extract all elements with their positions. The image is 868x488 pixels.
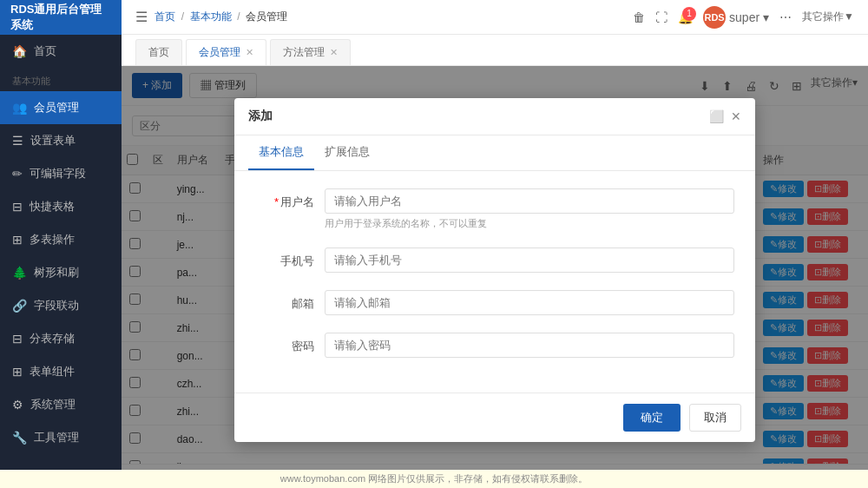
member-icon: 👥 xyxy=(12,101,27,115)
sidebar-item-label: 首页 xyxy=(34,43,56,59)
phone-input[interactable] xyxy=(325,247,734,273)
username-hint: 用户用于登录系统的名称，不可以重复 xyxy=(325,217,734,230)
sidebar-item-label: 可编辑字段 xyxy=(30,166,86,181)
breadcrumb-home[interactable]: 首页 xyxy=(155,10,175,23)
breadcrumb-basic[interactable]: 基本功能 xyxy=(190,10,232,23)
component-icon: ⊞ xyxy=(12,365,23,379)
sidebar-item-settings-menu[interactable]: ☰ 设置表单 xyxy=(0,124,122,157)
notification-badge: 1 xyxy=(682,7,696,21)
form-row-email: 邮箱 xyxy=(255,290,734,315)
sidebar-item-multi-ops[interactable]: ⊞ 多表操作 xyxy=(0,223,122,256)
username-field: 用户用于登录系统的名称，不可以重复 xyxy=(325,188,734,230)
chevron-down-icon: ▾ xyxy=(763,10,769,24)
tab-method-close-icon[interactable]: ✕ xyxy=(330,47,338,58)
sidebar-item-label: 工具管理 xyxy=(34,430,79,445)
table-icon: ⊟ xyxy=(12,200,23,214)
sidebar-item-table-join[interactable]: ⊞ 表单组件 xyxy=(0,355,122,388)
sidebar-item-sys-manage[interactable]: ⚙ 系统管理 xyxy=(0,388,122,421)
modal-header-buttons: ⬜ ✕ xyxy=(709,109,741,123)
home-icon: 🏠 xyxy=(12,44,27,58)
fullscreen-icon[interactable]: ⛶ xyxy=(655,10,667,24)
settings-icon: ☰ xyxy=(12,134,23,148)
username-input[interactable] xyxy=(325,188,734,214)
tool-icon: 🔧 xyxy=(12,431,27,445)
tabbar: 首页 会员管理 ✕ 方法管理 ✕ xyxy=(122,35,868,66)
password-label: 密码 xyxy=(255,333,325,354)
modal-tab-basic[interactable]: 基本信息 xyxy=(248,135,314,170)
modal-footer: 确定 取消 xyxy=(234,392,755,442)
sidebar-item-fields[interactable]: ✏ 可编辑字段 xyxy=(0,157,122,190)
breadcrumb-member: 会员管理 xyxy=(246,10,287,23)
tab-member[interactable]: 会员管理 ✕ xyxy=(186,39,266,65)
topbar-right: 🗑 ⛶ 🔔 1 RDS super ▾ ⋯ 其它操作▼ xyxy=(633,6,854,29)
tree-icon: 🌲 xyxy=(12,266,27,280)
modal-body: 用户名 用户用于登录系统的名称，不可以重复 手机号 xyxy=(234,171,755,392)
username-label: 用户名 xyxy=(255,188,325,210)
tab-home[interactable]: 首页 xyxy=(135,39,182,65)
password-input[interactable] xyxy=(325,333,734,358)
watermark-text: www.toymoban.com 网络图片仅供展示，非存储，如有侵权请联系删除。 xyxy=(280,473,588,484)
sidebar-item-label: 字段联动 xyxy=(34,298,79,313)
delete-icon[interactable]: 🗑 xyxy=(633,10,645,24)
sidebar-item-home[interactable]: 🏠 首页 xyxy=(0,35,122,68)
user-avatar-btn[interactable]: RDS super ▾ xyxy=(703,6,769,29)
sidebar-item-label: 分表存储 xyxy=(30,331,75,346)
cancel-button[interactable]: 取消 xyxy=(689,404,741,432)
edit-icon: ✏ xyxy=(12,167,23,181)
topbar: ☰ 首页 / 基本功能 / 会员管理 🗑 ⛶ 🔔 1 xyxy=(122,0,868,35)
modal-tab-extended[interactable]: 扩展信息 xyxy=(314,135,380,170)
tab-member-close-icon[interactable]: ✕ xyxy=(246,47,253,58)
tab-method[interactable]: 方法管理 ✕ xyxy=(270,39,351,65)
minimize-icon[interactable]: ⬜ xyxy=(709,109,724,123)
sidebar-item-tree[interactable]: 🌲 树形和刷 xyxy=(0,256,122,289)
modal-header: 添加 ⬜ ✕ xyxy=(234,98,755,135)
more-icon[interactable]: ⋯ xyxy=(779,10,792,24)
tab-method-label: 方法管理 xyxy=(283,45,325,60)
phone-label: 手机号 xyxy=(255,247,325,269)
grid-icon: ⊞ xyxy=(12,233,23,247)
watermark-bar: www.toymoban.com 网络图片仅供展示，非存储，如有侵权请联系删除。 xyxy=(0,470,868,488)
app-logo: RDS通用后台管理系统 xyxy=(0,0,122,35)
form-row-username: 用户名 用户用于登录系统的名称，不可以重复 xyxy=(255,188,734,230)
form-row-password: 密码 xyxy=(255,333,734,358)
sidebar-item-label: 设置表单 xyxy=(30,133,76,148)
tab-home-label: 首页 xyxy=(148,45,169,60)
sidebar-item-label: 多表操作 xyxy=(30,232,75,247)
sidebar-item-label: 树形和刷 xyxy=(34,265,79,280)
other-ops-btn[interactable]: 其它操作▼ xyxy=(802,10,854,24)
modal-tabs: 基本信息 扩展信息 xyxy=(234,135,755,171)
sidebar-item-label: 快捷表格 xyxy=(30,199,75,214)
close-icon[interactable]: ✕ xyxy=(731,109,741,123)
tab-member-label: 会员管理 xyxy=(199,45,240,60)
email-field xyxy=(325,290,734,315)
link-icon: 🔗 xyxy=(12,299,27,313)
username-label: super xyxy=(729,10,760,24)
sidebar-item-tool-manage[interactable]: 🔧 工具管理 xyxy=(0,421,122,454)
sidebar: RDS通用后台管理系统 🏠 首页 基本功能 👥 会员管理 ☰ 设置表单 ✏ 可编… xyxy=(0,0,122,488)
password-field xyxy=(325,333,734,358)
avatar: RDS xyxy=(703,6,726,29)
menu-toggle-icon[interactable]: ☰ xyxy=(135,9,148,25)
email-label: 邮箱 xyxy=(255,290,325,312)
content-area: + 添加 ▦ 管理列 ⬇ ⬆ 🖨 ↻ ⊞ 其它操作▾ 状态 xyxy=(122,66,868,488)
gear-icon: ⚙ xyxy=(12,398,23,412)
sidebar-section-basic: 基本功能 xyxy=(0,68,122,91)
bell-wrap: 🔔 1 xyxy=(678,10,693,24)
sidebar-item-split-store[interactable]: ⊟ 分表存储 xyxy=(0,322,122,355)
sidebar-item-field-link[interactable]: 🔗 字段联动 xyxy=(0,289,122,322)
topbar-left: ☰ 首页 / 基本功能 / 会员管理 xyxy=(135,9,287,25)
split-icon: ⊟ xyxy=(12,332,23,346)
sidebar-item-label: 系统管理 xyxy=(30,397,76,412)
sidebar-item-member[interactable]: 👥 会员管理 xyxy=(0,91,122,124)
sidebar-item-label: 会员管理 xyxy=(34,100,79,115)
sidebar-menu: 🏠 首页 基本功能 👥 会员管理 ☰ 设置表单 ✏ 可编辑字段 ⊟ 快捷表格 ⊞ xyxy=(0,35,122,488)
modal-title: 添加 xyxy=(248,109,273,124)
sidebar-item-label: 表单组件 xyxy=(30,364,75,379)
phone-field xyxy=(325,247,734,273)
confirm-button[interactable]: 确定 xyxy=(623,404,681,432)
app-title: RDS通用后台管理系统 xyxy=(10,2,111,33)
email-input[interactable] xyxy=(325,290,734,315)
add-modal: 添加 ⬜ ✕ 基本信息 扩展信息 用户名 用 xyxy=(234,98,755,442)
form-row-phone: 手机号 xyxy=(255,247,734,273)
sidebar-item-quick-table[interactable]: ⊟ 快捷表格 xyxy=(0,190,122,223)
